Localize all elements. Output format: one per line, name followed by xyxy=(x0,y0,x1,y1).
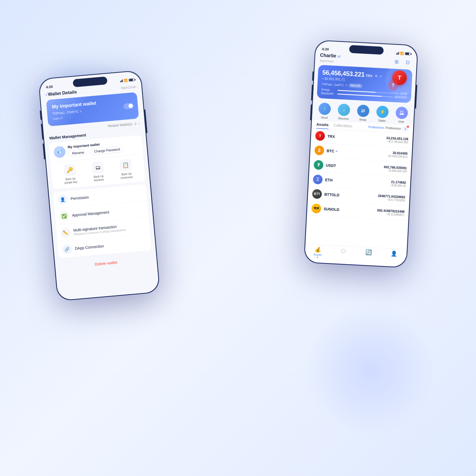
qr-icon-btn[interactable]: ⊡ xyxy=(403,58,412,67)
wallet-avatar: 💎 xyxy=(53,145,66,158)
backup-mnemonic[interactable]: 📋 Back Upmnemonic xyxy=(119,159,133,180)
send-action[interactable]: ↑ Send xyxy=(318,102,331,119)
menu-section: 👤 Permission ✅ Approval Management ✏️ Mu… xyxy=(53,184,152,258)
energy-value: 37/60 xyxy=(400,92,407,95)
page-title: Wallet Details xyxy=(48,89,77,97)
bttold-symbol: BTTOLD xyxy=(324,192,378,199)
copy-addr-icon[interactable]: ⎘ xyxy=(345,84,347,87)
nav-assets[interactable]: 💰 Assets xyxy=(305,246,331,258)
swap-icon[interactable]: ⇄ xyxy=(337,54,341,58)
status-time-right: 4:20 xyxy=(322,47,329,51)
add-asset-button[interactable]: + 1 xyxy=(402,126,409,132)
backup-keystore[interactable]: 🗂 Back Upkeystore xyxy=(91,161,105,182)
btc-verified-icon: ✔ xyxy=(335,149,338,153)
rename-button[interactable]: Rename xyxy=(68,149,88,157)
preference-text[interactable]: Preference xyxy=(385,126,401,131)
nav-wallet-icon: ⬡ xyxy=(341,248,346,254)
nav-history-icon: 🔄 xyxy=(365,249,372,255)
preference-label[interactable]: Preference xyxy=(368,125,384,130)
nav-profile-icon: 👤 xyxy=(390,250,397,257)
balance-card: T 56,456,453.221 TRX 👁 ↗ ≈ $3,951,951.71… xyxy=(317,65,413,103)
stake-action[interactable]: ⚡ Stake xyxy=(376,106,389,122)
change-password-button[interactable]: Change Password xyxy=(90,146,124,155)
receive-action[interactable]: ↓ Receive xyxy=(337,103,350,120)
wallet-address: THPvaU...Fhn5YC xyxy=(52,110,79,116)
vote-action[interactable]: 🗳 Vote xyxy=(395,107,408,123)
sunold-symbol: SUNOLD xyxy=(324,207,377,214)
main-chain-label: MainChain xyxy=(320,59,334,63)
usdt-symbol: USDT xyxy=(326,163,384,170)
nav-wallet[interactable]: ⬡ xyxy=(330,247,356,260)
btc-symbol: BTC xyxy=(327,149,335,153)
app-container: 4:20 📶 xyxy=(0,0,476,476)
backup-private-key[interactable]: 🔑 Back Upprivate key xyxy=(63,163,77,185)
phone-left: 4:20 📶 xyxy=(38,70,160,301)
header-chain: MainChain xyxy=(121,85,136,90)
visibility-toggle[interactable]: 👁 xyxy=(374,74,378,78)
scan-icon-btn[interactable]: ⊞ xyxy=(392,57,401,66)
wallet-addr-right: THPwer...5wtfYC xyxy=(322,82,344,86)
nav-profile[interactable]: 👤 xyxy=(381,250,407,263)
eth-usd: ≈$ 85,885.35 xyxy=(390,184,406,187)
bandwidth-value: 4000/5000 xyxy=(394,95,407,99)
phone-right: 4:20 📶 xyxy=(304,40,418,268)
tab-assets[interactable]: Assets xyxy=(316,120,329,129)
tab-collectibles[interactable]: Collectibles xyxy=(333,121,353,130)
bandwidth-label: Bandwidth xyxy=(321,92,336,95)
copy-icon[interactable]: ⎘ xyxy=(80,110,82,113)
energy-label: Energy xyxy=(321,88,336,92)
nav-assets-icon: 💰 xyxy=(314,246,321,253)
eth-symbol: ETH xyxy=(325,178,391,185)
balance-currency: TRX xyxy=(365,74,373,78)
non-hd-badge: Non-HD xyxy=(349,83,363,88)
expand-arrow[interactable]: ↗ xyxy=(379,74,382,79)
asset-list: T TRX 34,234,453.126 ≈$ 2,760,842.982 ₿ … xyxy=(305,128,413,249)
status-time-left: 4:20 xyxy=(46,85,53,89)
swap-action[interactable]: ⇄ Swap xyxy=(357,104,370,121)
user-name: Charlie xyxy=(320,52,336,59)
trx-symbol: TRX xyxy=(327,134,386,141)
nav-history[interactable]: 🔄 xyxy=(355,249,381,261)
wallet-management-box: 💎 My important wallet Rename Change Pass… xyxy=(49,135,145,189)
